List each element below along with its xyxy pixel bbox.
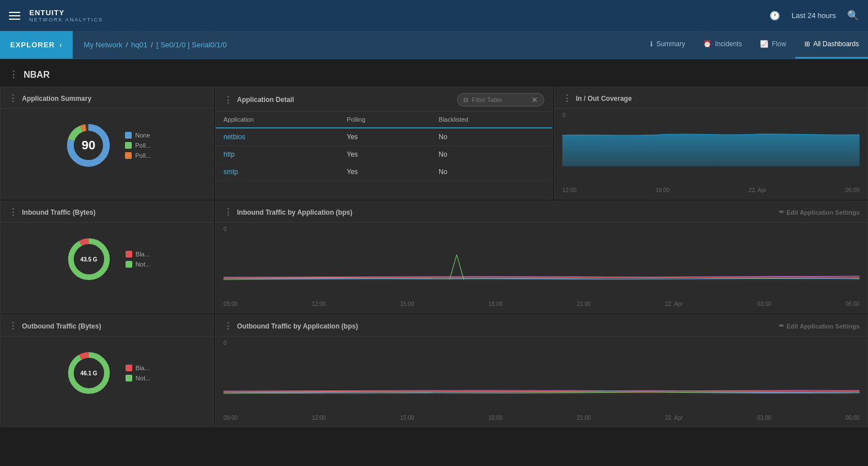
app-summary-header: ⋮ Application Summary (1, 87, 213, 109)
x1: 12:00 (312, 301, 326, 307)
table-cell-blacklisted: No (431, 128, 552, 146)
outbound-app-y: 0 (216, 336, 867, 346)
inbound-app-dots[interactable]: ⋮ (223, 207, 232, 218)
nav-incidents[interactable]: ⏰ Incidents (694, 31, 751, 59)
ox2: 15:00 (400, 415, 414, 421)
navbar: EXPLORER › My Network / hq01 / [ Se0/1/0… (0, 31, 868, 59)
inbound-not-label: Not... (136, 261, 150, 268)
outbound-legend-not: Not... (126, 375, 150, 381)
ox6: 03:00 (757, 415, 771, 421)
outbound-bla-label: Bla... (136, 365, 150, 371)
clock-icon: 🕐 (769, 11, 780, 21)
ox0: 09:00 (223, 415, 238, 421)
app-detail-dots[interactable]: ⋮ (223, 95, 232, 105)
brand-logo: ENTUITY NETWORK ANALYTICS (29, 8, 103, 23)
ox5: 22. Apr (665, 415, 683, 421)
legend-none-color (125, 132, 132, 139)
outbound-donut: 46.1 G (64, 348, 114, 398)
inbound-dots[interactable]: ⋮ (8, 207, 17, 218)
inbound-bla-color (126, 251, 132, 258)
filter-table-input[interactable]: ⊟ ✕ (457, 93, 544, 106)
search-icon[interactable]: 🔍 (847, 10, 859, 21)
x-label-3: 06:00 (845, 187, 860, 193)
app-link[interactable]: http (223, 150, 235, 158)
filter-close-icon[interactable]: ✕ (531, 95, 538, 104)
outbound-traffic-header: ⋮ Outbound Traffic (Bytes) (1, 315, 213, 336)
outbound-donut-value: 46.1 G (80, 370, 97, 376)
brand-name: ENTUITY (29, 8, 103, 17)
hamburger-menu[interactable] (9, 12, 20, 20)
explorer-button[interactable]: EXPLORER › (0, 31, 73, 59)
outbound-not-label: Not... (136, 375, 150, 381)
breadcrumb-serial[interactable]: [ Se0/1/0 ] Serial0/1/0 (156, 41, 227, 49)
outbound-by-app-header: ⋮ Outbound Traffic by Application (bps) … (216, 315, 867, 336)
x-label-1: 18:00 (655, 187, 669, 193)
outbound-by-app-widget: ⋮ Outbound Traffic by Application (bps) … (215, 314, 868, 427)
legend-none-label: None (135, 132, 150, 139)
app-link[interactable]: smtp (223, 168, 238, 176)
inbound-title: Inbound Traffic (Bytes) (22, 208, 96, 216)
coverage-x-labels: 12:00 18:00 22. Apr 06:00 (554, 186, 867, 197)
explorer-label: EXPLORER (10, 41, 55, 49)
ox4: 21:00 (577, 415, 591, 421)
legend-poll1-label: Poll... (135, 142, 151, 149)
inbound-bla-label: Bla... (136, 251, 150, 258)
table-row: http Yes No (216, 146, 552, 163)
x0: 09:00 (223, 301, 238, 307)
outbound-pencil-icon: ✏ (779, 322, 784, 330)
inbound-app-chart (216, 232, 867, 300)
legend-poll2-label: Poll... (135, 152, 151, 159)
table-cell-app: netbios (216, 128, 339, 146)
outbound-legend: Bla... Not... (126, 365, 150, 381)
coverage-dots[interactable]: ⋮ (562, 93, 571, 104)
outbound-app-dots[interactable]: ⋮ (223, 321, 232, 331)
app-summary-title: Application Summary (22, 95, 91, 103)
coverage-chart (554, 118, 867, 186)
legend-poll1-color (125, 142, 132, 149)
col-polling: Polling (339, 112, 431, 128)
donut-chart: 90 (63, 120, 114, 171)
x-label-2: 22. Apr (749, 187, 767, 193)
inbound-traffic-widget: ⋮ Inbound Traffic (Bytes) 43.5 G (0, 201, 214, 313)
outbound-bla-color (126, 365, 132, 371)
outbound-app-x-labels: 09:00 12:00 15:00 18:00 21:00 22. Apr 03… (216, 414, 867, 424)
coverage-y-label: 0 (554, 109, 867, 118)
info-icon: ℹ (650, 40, 653, 48)
outbound-title: Outbound Traffic (Bytes) (22, 322, 101, 330)
inbound-edit-link[interactable]: ✏ Edit Application Settings (779, 208, 860, 216)
inbound-body: 43.5 G Bla... Not... (1, 223, 213, 296)
inbound-donut-value: 43.5 G (80, 256, 97, 263)
outbound-dots[interactable]: ⋮ (8, 321, 17, 331)
x6: 03:00 (757, 301, 771, 307)
outbound-edit-label: Edit Application Settings (786, 323, 860, 330)
inbound-legend-bla: Bla... (126, 251, 150, 258)
app-summary-dots[interactable]: ⋮ (8, 93, 17, 104)
outbound-body: 46.1 G Bla... Not... (1, 336, 213, 410)
app-link[interactable]: netbios (223, 133, 245, 141)
app-summary-widget: ⋮ Application Summary (0, 87, 214, 199)
breadcrumb-mynetwork[interactable]: My Network (84, 41, 123, 49)
app-table: Application Polling Blacklisted netbios … (216, 112, 552, 181)
table-header-row: Application Polling Blacklisted (216, 112, 552, 128)
nav-summary[interactable]: ℹ Summary (641, 31, 694, 59)
coverage-header: ⋮ In / Out Coverage (554, 87, 867, 109)
table-cell-app: smtp (216, 163, 339, 181)
filter-icon: ⊟ (463, 96, 468, 104)
time-range[interactable]: Last 24 hours (791, 11, 836, 20)
x3: 18:00 (489, 301, 503, 307)
app-detail-header: ⋮ Application Detail ⊟ ✕ (216, 87, 552, 112)
section-dots-icon[interactable]: ⋮ (9, 69, 18, 80)
breadcrumb-hq01[interactable]: hq01 (131, 41, 147, 49)
nav-flow[interactable]: 📈 Flow (751, 31, 795, 59)
app-detail-widget: ⋮ Application Detail ⊟ ✕ Application Pol… (215, 87, 553, 199)
col-blacklisted: Blacklisted (431, 112, 552, 128)
legend-none: None (125, 132, 151, 139)
nav-all-dashboards[interactable]: ⊞ All Dashboards (795, 31, 868, 59)
nav-flow-label: Flow (772, 40, 786, 48)
alarm-icon: ⏰ (703, 40, 712, 48)
outbound-edit-link[interactable]: ✏ Edit Application Settings (779, 322, 860, 330)
breadcrumb: My Network / hq01 / [ Se0/1/0 ] Serial0/… (73, 31, 238, 59)
ox1: 12:00 (312, 415, 326, 421)
filter-text-field[interactable] (472, 96, 528, 103)
top-row: ⋮ Application Summary (0, 87, 868, 199)
